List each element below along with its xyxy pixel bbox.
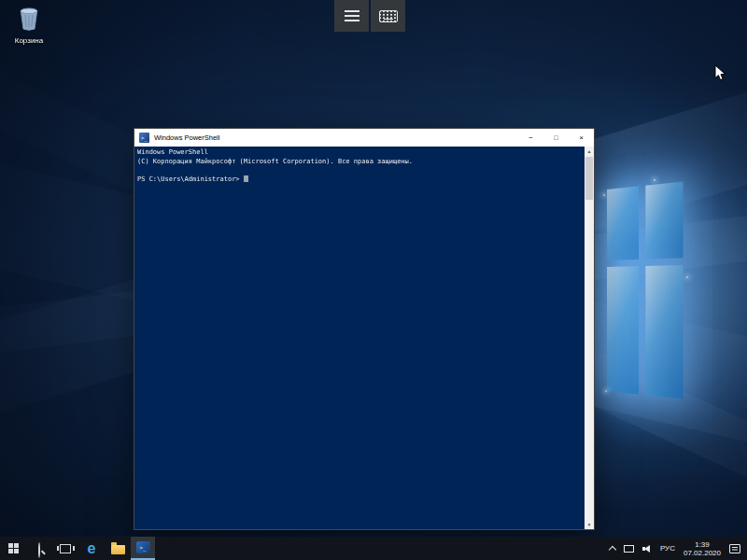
clock[interactable]: 1:39 07.02.2020 [684, 540, 721, 557]
taskbar: e >_ РУС 1:39 07.02.2020 [0, 537, 747, 560]
hamburger-menu-icon [345, 7, 359, 24]
network-display-icon [624, 545, 634, 553]
tray-time: 1:39 [695, 540, 710, 549]
task-view-button[interactable] [52, 537, 78, 560]
start-button[interactable] [0, 537, 26, 560]
console-line: (C) Корпорация Майкрософт (Microsoft Cor… [137, 158, 581, 167]
action-center-button[interactable] [729, 544, 740, 553]
console-scrollbar[interactable]: ▲ ▼ [585, 147, 594, 529]
window-titlebar[interactable]: >_ Windows PowerShell − □ × [134, 129, 594, 147]
prompt-text: PS C:\Users\Administrator> [137, 175, 244, 183]
recycle-bin-label: Корзина [15, 36, 43, 45]
text-cursor-block [244, 175, 248, 182]
system-tray: РУС 1:39 07.02.2020 [603, 537, 747, 560]
powershell-window: >_ Windows PowerShell − □ × Windows Powe… [134, 128, 595, 530]
recycle-bin[interactable]: Корзина [7, 7, 51, 45]
search-button[interactable] [26, 537, 52, 560]
show-hidden-icons-button[interactable] [610, 545, 615, 553]
window-title: Windows PowerShell [154, 133, 219, 142]
volume-tray-button[interactable] [642, 544, 652, 553]
console-keyboard-button[interactable] [371, 0, 405, 32]
windows-start-icon [8, 543, 19, 553]
scroll-up-arrow[interactable]: ▲ [585, 147, 594, 156]
chevron-up-icon [609, 545, 616, 553]
close-button[interactable]: × [569, 129, 594, 147]
window-controls: − □ × [518, 129, 594, 147]
vm-console-toolbar [334, 0, 405, 32]
scrollbar-thumb[interactable] [585, 157, 593, 200]
minimize-button[interactable]: − [518, 129, 543, 147]
mouse-cursor-arrow [714, 64, 726, 86]
task-view-icon [60, 544, 71, 553]
keyboard-icon [379, 10, 398, 22]
edge-icon: e [88, 541, 96, 556]
search-icon [34, 543, 45, 554]
folder-icon [111, 545, 125, 554]
scroll-down-arrow[interactable]: ▼ [585, 520, 594, 529]
action-center-icon [729, 544, 740, 553]
file-explorer-button[interactable] [105, 537, 131, 560]
language-indicator[interactable]: РУС [660, 544, 675, 553]
console-line [137, 166, 581, 175]
network-tray-button[interactable] [624, 545, 634, 553]
volume-icon [642, 544, 652, 553]
edge-button[interactable]: e [78, 537, 105, 560]
powershell-task-button[interactable]: >_ [131, 537, 155, 560]
console-menu-button[interactable] [334, 0, 369, 32]
recycle-bin-icon [18, 7, 40, 35]
clock-text: 1:39 07.02.2020 [684, 540, 721, 557]
prompt-line: PS C:\Users\Administrator> [137, 175, 581, 185]
tray-date: 07.02.2020 [684, 549, 721, 557]
console-output-area[interactable]: Windows PowerShell (C) Корпорация Майкро… [134, 147, 594, 529]
maximize-button[interactable]: □ [543, 129, 569, 147]
powershell-icon: >_ [139, 133, 149, 143]
powershell-taskbar-icon: >_ [136, 541, 150, 553]
console-line: Windows PowerShell [137, 148, 581, 158]
